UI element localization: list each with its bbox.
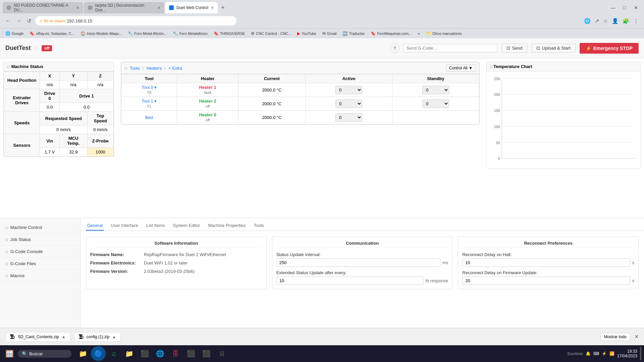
send-button[interactable]: ⊡ Send — [501, 44, 527, 53]
close-download-bar-button[interactable]: ✕ — [634, 334, 639, 340]
extensions-icon[interactable]: 🧩 — [621, 16, 631, 25]
firmware-name-row: Firmware Name: RepRapFirmware for Duet 2… — [90, 252, 262, 257]
bookmark-foro2[interactable]: 🔧Foro Metalaficion — [170, 31, 210, 37]
sidebar-item-machine-control[interactable]: □ Machine Control — [0, 222, 80, 234]
bookmark-cnc[interactable]: ⚙CNC Control - CNC... — [248, 31, 294, 37]
bookmark-more[interactable]: » — [415, 31, 422, 36]
bookmark-foro1[interactable]: 🔧Foro Metal Afición... — [125, 31, 169, 37]
active-1[interactable]: 0 — [305, 97, 392, 111]
back-button[interactable]: ← — [4, 16, 12, 25]
upload-button[interactable]: ⊡ Upload & Start — [531, 44, 576, 53]
sidebar-item-gcode-files[interactable]: □ G-Code Files — [0, 258, 80, 270]
firmware-electronics-value: Duet WiFi 1.02 or later — [144, 260, 187, 265]
address-input[interactable]: ⚠ No es seguro 192.168.0.15 — [35, 16, 236, 25]
bookmark-otros[interactable]: 📁Otros marcadores — [423, 31, 465, 37]
svg-text:150: 150 — [494, 109, 500, 113]
menu-icon[interactable]: ⋮ — [632, 16, 640, 25]
bookmark-inicio[interactable]: 🏠Inicio Modelo Maqu... — [78, 31, 125, 37]
bed-name: Bed — [121, 111, 177, 124]
share-icon[interactable]: ↗ — [593, 16, 600, 25]
emergency-stop-button[interactable]: ⚡ Emergency STOP — [580, 43, 639, 54]
bookmark-traductor[interactable]: 🔤Traductor — [340, 31, 367, 37]
temperature-chart: □ Temperature Chart 250 200 150 100 50 0 — [486, 62, 641, 169]
standby-1[interactable]: 0 — [392, 97, 479, 111]
tools-collapse[interactable]: □ — [125, 66, 127, 70]
download-item-2[interactable]: 🗜 config (1).zip ▲ — [74, 332, 121, 342]
tools-link[interactable]: Tools — [130, 66, 140, 71]
status-update-input[interactable] — [276, 258, 440, 267]
help-button[interactable]: ? — [390, 44, 399, 53]
maximize-button[interactable]: □ — [619, 3, 630, 12]
left-panel: □ Machine Status Head Position X Y Z n/a… — [0, 58, 117, 218]
tools-section: □ Tools / Heaters / + Extra Control All … — [121, 62, 480, 125]
tab-close-1[interactable]: × — [76, 5, 79, 10]
active-0[interactable]: 0 — [305, 83, 392, 97]
chart-collapse[interactable]: □ — [490, 65, 492, 69]
power-icon: □ — [35, 46, 38, 51]
bottom-section: □ Machine Control □ Job Status □ G-Code … — [0, 218, 644, 345]
machine-status-collapse[interactable]: □ — [7, 65, 9, 69]
top-bar: DuetTest □ off ? ⊡ Send ⊡ Upload & Start… — [0, 38, 644, 58]
settings-tabs: General User Interface List Items System… — [80, 218, 644, 231]
tab-tools[interactable]: Tools — [252, 221, 265, 231]
close-button[interactable]: ✕ — [631, 3, 641, 12]
translate-icon[interactable]: 🌐 — [583, 16, 592, 25]
heaters-link[interactable]: Heaters — [147, 66, 162, 71]
vin-header: Vin — [40, 134, 60, 148]
browser-tab-3[interactable]: Duet Web Control × — [165, 2, 218, 13]
bookmark-foromaquinas[interactable]: 🔖ForoMaquinas.com... — [368, 31, 414, 37]
extra-link[interactable]: + Extra — [168, 66, 182, 71]
address-bar: ← → ↺ ⚠ No es seguro 192.168.0.15 🌐 ↗ ☆ … — [0, 13, 644, 28]
col-active: Active — [305, 74, 392, 83]
bookmark-thingiverse[interactable]: 🔖THINGIVERSE — [211, 31, 248, 37]
tool-1-name[interactable]: Tool 1 ▾ T1 — [121, 97, 177, 111]
reload-button[interactable]: ↺ — [25, 16, 33, 25]
profile-icon[interactable]: 👤 — [610, 16, 620, 25]
browser-tab-2[interactable]: tarjeta SD | Documentación Due... × — [84, 2, 164, 13]
chart-body: 250 200 150 100 50 0 — [487, 71, 640, 165]
bookmark-ebay[interactable]: 🔖eBay.es: Subastas, C... — [27, 31, 77, 37]
extended-status-input[interactable] — [276, 277, 424, 285]
show-all-button[interactable]: Mostrar todo — [600, 333, 630, 341]
reconnect-halt-input[interactable] — [462, 258, 630, 267]
firmware-version-row: Firmware Version: 2.03beta3 (2019-03-25b… — [90, 269, 262, 274]
tab-icon-3 — [169, 5, 174, 10]
tool-0-name[interactable]: Tool 0 ▾ T0 — [121, 83, 177, 97]
z-header: Z — [87, 72, 114, 80]
tab-close-3[interactable]: × — [211, 5, 214, 10]
sidebar-item-job-status[interactable]: □ Job Status — [0, 234, 80, 246]
control-all-button[interactable]: Control All ▼ — [446, 64, 476, 72]
browser-tab-1[interactable]: NO PUEDO CONECTARME A DU... × — [3, 2, 83, 13]
tab-user-interface[interactable]: User Interface — [109, 221, 140, 231]
forward-button[interactable]: → — [15, 16, 23, 25]
settings-grid: Software Information Firmware Name: RepR… — [86, 236, 639, 289]
bookmark-gmail[interactable]: ✉Gmail — [320, 31, 339, 37]
tab-title-2: tarjeta SD | Documentación Due... — [95, 3, 155, 12]
col-tool: Tool — [121, 74, 177, 83]
tab-system-editor[interactable]: System Editor — [172, 221, 202, 231]
tab-machine-properties[interactable]: Machine Properties — [207, 221, 247, 231]
upload-icon: ⊡ — [536, 46, 540, 51]
download-chevron-1[interactable]: ▲ — [62, 335, 66, 339]
minimize-button[interactable]: — — [608, 3, 619, 12]
bookmark-google[interactable]: 🌐Google — [3, 31, 26, 37]
heater-2: Heater 2 off — [177, 97, 238, 111]
sidebar-item-gcode-console[interactable]: □ G-Code Console — [0, 246, 80, 258]
new-tab-button[interactable]: + — [218, 3, 227, 13]
active-bed[interactable]: 0 — [305, 111, 392, 124]
mcu-header: MCU Temp. — [59, 134, 87, 148]
y-val: n/a — [59, 80, 87, 89]
reconnect-firmware-input[interactable] — [462, 277, 630, 285]
tab-list-items[interactable]: List Items — [145, 221, 166, 231]
bookmark-icon[interactable]: ☆ — [602, 16, 609, 25]
tab-general[interactable]: General — [86, 221, 104, 231]
gcode-input[interactable] — [404, 44, 497, 52]
download-item-1[interactable]: 🗜 SD_Card_Contents.zip ▲ — [5, 332, 70, 342]
sidebar-item-macros[interactable]: □ Macros — [0, 270, 80, 282]
standby-0[interactable]: 0 — [392, 83, 479, 97]
download-chevron-2[interactable]: ▲ — [112, 335, 116, 339]
drive1-header: Drive 1 — [59, 89, 113, 103]
download-bar: 🗜 SD_Card_Contents.zip ▲ 🗜 config (1).zi… — [0, 328, 644, 345]
tab-close-2[interactable]: × — [158, 5, 160, 10]
bookmark-youtube[interactable]: ▶YouTube — [294, 31, 319, 37]
